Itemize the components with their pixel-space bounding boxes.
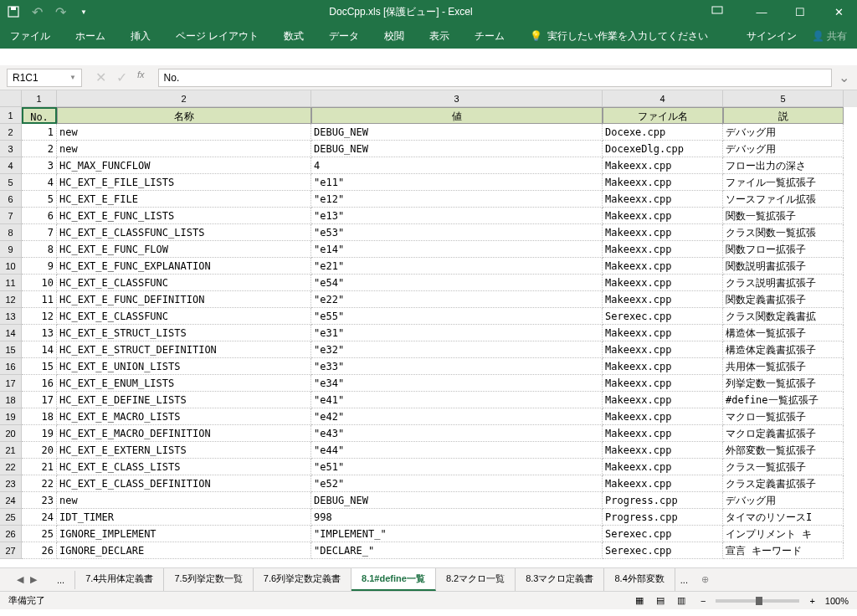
header-cell[interactable]: 値 — [311, 107, 603, 124]
cell[interactable]: 16 — [22, 375, 57, 392]
cell[interactable]: HC_MAX_FUNCFLOW — [57, 157, 311, 174]
cell[interactable]: Makeexx.cpp — [603, 208, 723, 224]
enter-icon[interactable]: ✓ — [116, 69, 127, 85]
cell[interactable]: Makeexx.cpp — [603, 174, 723, 191]
row-header[interactable]: 6 — [0, 191, 22, 208]
sheet-tab[interactable]: 7.6列挙定数定義書 — [254, 568, 352, 591]
zoom-level[interactable]: 100% — [825, 596, 849, 606]
cell[interactable]: "e21" — [311, 258, 603, 275]
cell[interactable]: 共用体一覧拡張子 — [723, 358, 844, 375]
row-header[interactable]: 12 — [0, 291, 22, 308]
cell[interactable]: new — [57, 141, 311, 157]
cell[interactable]: Makeexx.cpp — [603, 392, 723, 408]
cell[interactable]: "e42" — [311, 408, 603, 425]
cell[interactable]: Progress.cpp — [603, 509, 723, 526]
col-header[interactable]: 1 — [22, 90, 57, 107]
pagebreak-view-icon[interactable]: ▥ — [672, 595, 690, 605]
cell[interactable]: DEBUG_NEW — [311, 141, 603, 157]
cell[interactable]: マクロ一覧拡張子 — [723, 408, 844, 425]
share-button[interactable]: 👤 共有 — [812, 29, 847, 44]
cell[interactable]: 13 — [22, 325, 57, 341]
row-header[interactable]: 22 — [0, 459, 22, 475]
cell[interactable]: HC_EXT_E_EXTERN_LISTS — [57, 442, 311, 459]
row-header[interactable]: 23 — [0, 475, 22, 492]
row-header[interactable]: 15 — [0, 341, 22, 358]
save-icon[interactable] — [7, 5, 20, 18]
cell[interactable]: "e31" — [311, 325, 603, 341]
tab-review[interactable]: 校閲 — [384, 29, 404, 44]
cell[interactable]: 4 — [22, 174, 57, 191]
cell[interactable]: HC_EXT_E_CLASS_DEFINITION — [57, 475, 311, 492]
row-header[interactable]: 4 — [0, 157, 22, 174]
cell[interactable]: 6 — [22, 208, 57, 224]
cell[interactable]: 22 — [22, 475, 57, 492]
cell[interactable]: Makeexx.cpp — [603, 475, 723, 492]
cell[interactable]: 11 — [22, 291, 57, 308]
cell[interactable]: 15 — [22, 358, 57, 375]
cell[interactable]: Makeexx.cpp — [603, 275, 723, 291]
tab-formulas[interactable]: 数式 — [284, 29, 304, 44]
zoom-in-icon[interactable]: + — [809, 596, 814, 606]
cell[interactable]: 構造体定義書拡張子 — [723, 341, 844, 358]
cell[interactable]: HC_EXT_E_FILE — [57, 191, 311, 208]
cell[interactable]: "e11" — [311, 174, 603, 191]
formula-input[interactable]: No. — [158, 69, 832, 87]
cell[interactable]: Makeexx.cpp — [603, 358, 723, 375]
cell[interactable]: クラス関数定義書拡 — [723, 308, 844, 325]
tab-data[interactable]: データ — [329, 29, 359, 44]
cell[interactable]: 23 — [22, 492, 57, 509]
cell[interactable]: "DECLARE_" — [311, 542, 603, 559]
cell[interactable]: HC_EXT_E_ENUM_LISTS — [57, 375, 311, 392]
redo-icon[interactable]: ↷ — [54, 5, 67, 18]
row-header[interactable]: 20 — [0, 425, 22, 442]
cell[interactable]: "e52" — [311, 475, 603, 492]
new-sheet-icon[interactable]: ⊕ — [693, 574, 717, 585]
cell[interactable]: IDT_TIMER — [57, 509, 311, 526]
cell[interactable]: IGNORE_IMPLEMENT — [57, 526, 311, 542]
cell[interactable]: HC_EXT_E_UNION_LISTS — [57, 358, 311, 375]
cell[interactable]: 14 — [22, 341, 57, 358]
cell[interactable]: "e44" — [311, 442, 603, 459]
row-header[interactable]: 7 — [0, 208, 22, 224]
row-header[interactable]: 8 — [0, 224, 22, 241]
row-header[interactable]: 24 — [0, 492, 22, 509]
header-cell[interactable]: 名称 — [57, 107, 311, 124]
cell[interactable]: フロー出力の深さ — [723, 157, 844, 174]
cell[interactable]: Makeexx.cpp — [603, 459, 723, 475]
cell[interactable]: 21 — [22, 459, 57, 475]
cell[interactable]: 関数定義書拡張子 — [723, 291, 844, 308]
cell[interactable]: HC_EXT_E_DEFINE_LISTS — [57, 392, 311, 408]
fx-icon[interactable]: fx — [137, 69, 145, 85]
cell[interactable]: Makeexx.cpp — [603, 291, 723, 308]
cell[interactable]: クラス定義書拡張子 — [723, 475, 844, 492]
cell[interactable]: "e51" — [311, 459, 603, 475]
cell[interactable]: Docexe.cpp — [603, 124, 723, 141]
sheet-tab[interactable]: 8.2マクロ一覧 — [436, 568, 516, 591]
row-header[interactable]: 3 — [0, 141, 22, 157]
cell[interactable]: Makeexx.cpp — [603, 341, 723, 358]
expand-formula-icon[interactable]: ⌄ — [839, 69, 850, 85]
sheet-nav-next-icon[interactable]: ▶ — [30, 574, 37, 585]
col-header[interactable]: 2 — [57, 90, 311, 107]
cell[interactable]: "e43" — [311, 425, 603, 442]
cell[interactable]: new — [57, 124, 311, 141]
close-icon[interactable]: ✕ — [827, 6, 850, 18]
cell[interactable]: 12 — [22, 308, 57, 325]
cell[interactable]: ファイル一覧拡張子 — [723, 174, 844, 191]
sheet-tab[interactable]: 7.5列挙定数一覧 — [164, 568, 253, 591]
cell[interactable]: 宣言 キーワード — [723, 542, 844, 559]
cell[interactable]: 17 — [22, 392, 57, 408]
col-header[interactable]: 3 — [311, 90, 603, 107]
row-header[interactable]: 2 — [0, 124, 22, 141]
cell[interactable]: 25 — [22, 526, 57, 542]
cell[interactable]: #define一覧拡張子 — [723, 392, 844, 408]
cell[interactable]: HC_EXT_E_CLASS_LISTS — [57, 459, 311, 475]
sheet-tab[interactable]: 8.1#define一覧 — [352, 568, 436, 591]
cell[interactable]: クラス一覧拡張子 — [723, 459, 844, 475]
cell[interactable]: 8 — [22, 241, 57, 258]
row-header[interactable]: 9 — [0, 241, 22, 258]
cell[interactable]: HC_EXT_E_FUNC_FLOW — [57, 241, 311, 258]
cell[interactable]: デバッグ用 — [723, 124, 844, 141]
cell[interactable]: Makeexx.cpp — [603, 258, 723, 275]
cell[interactable]: "e32" — [311, 341, 603, 358]
